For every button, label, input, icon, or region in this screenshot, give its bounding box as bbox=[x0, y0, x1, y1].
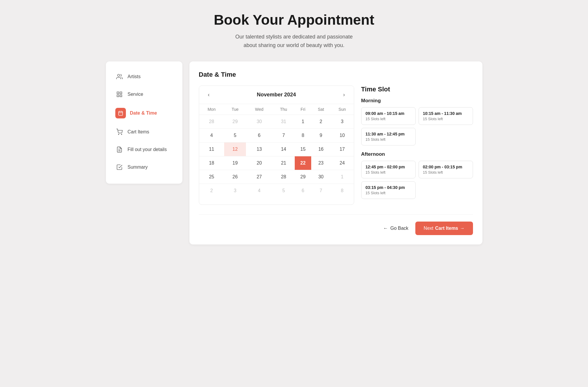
slot-count: 15 Slots left bbox=[423, 117, 469, 121]
calendar-day[interactable]: 8 bbox=[331, 184, 354, 197]
calendar-day[interactable]: 7 bbox=[311, 184, 331, 197]
calendar-day[interactable]: 3 bbox=[331, 115, 354, 128]
slot-time: 11:30 am - 12:45 pm bbox=[366, 132, 411, 136]
calendar-day[interactable]: 30 bbox=[246, 115, 272, 128]
calendar-day[interactable]: 2 bbox=[199, 184, 224, 197]
calendar-day[interactable]: 23 bbox=[311, 156, 331, 170]
calendar-day[interactable]: 8 bbox=[295, 128, 311, 142]
calendar-day[interactable]: 29 bbox=[224, 115, 246, 128]
morning-slot-0[interactable]: 09:00 am - 10:15 am15 Slots left bbox=[361, 107, 416, 125]
page-header: Book Your Appointment Our talented styli… bbox=[6, 12, 582, 50]
calendar-day[interactable]: 27 bbox=[246, 170, 272, 184]
calendar-day[interactable]: 18 bbox=[199, 156, 224, 170]
go-back-button[interactable]: ← Go Back bbox=[383, 226, 408, 231]
sidebar-item-cart-items[interactable]: Cart Items bbox=[111, 124, 178, 140]
cart-icon bbox=[115, 128, 124, 136]
calendar-day[interactable]: 6 bbox=[295, 184, 311, 197]
calendar-day[interactable]: 10 bbox=[331, 128, 354, 142]
afternoon-slot-2[interactable]: 03:15 pm - 04:30 pm15 Slots left bbox=[361, 181, 416, 199]
calendar-day[interactable]: 14 bbox=[272, 142, 295, 156]
calendar-day[interactable]: 22 bbox=[295, 156, 311, 170]
slot-count: 15 Slots left bbox=[366, 137, 411, 142]
sidebar-item-cart-items-label: Cart Items bbox=[128, 129, 149, 135]
calendar-header: ‹ November 2024 › bbox=[199, 86, 354, 104]
calendar-day[interactable]: 24 bbox=[331, 156, 354, 170]
calendar-day[interactable]: 17 bbox=[331, 142, 354, 156]
calendar-day[interactable]: 5 bbox=[272, 184, 295, 197]
calendar-day[interactable]: 3 bbox=[224, 184, 246, 197]
next-month-button[interactable]: › bbox=[340, 91, 348, 99]
calendar-day[interactable]: 12 bbox=[224, 142, 246, 156]
calendar: ‹ November 2024 › Mon Tue Wed Thu Fri Sa… bbox=[199, 86, 354, 205]
afternoon-slot-0[interactable]: 12:45 pm - 02:00 pm15 Slots left bbox=[361, 161, 416, 178]
calendar-day[interactable]: 4 bbox=[246, 184, 272, 197]
section-title: Date & Time bbox=[199, 71, 473, 78]
calendar-day[interactable]: 29 bbox=[295, 170, 311, 184]
calendar-timeslot-layout: ‹ November 2024 › Mon Tue Wed Thu Fri Sa… bbox=[199, 86, 473, 205]
calendar-day[interactable]: 4 bbox=[199, 128, 224, 142]
calendar-day[interactable]: 6 bbox=[246, 128, 272, 142]
calendar-day[interactable]: 15 bbox=[295, 142, 311, 156]
calendar-day[interactable]: 5 bbox=[224, 128, 246, 142]
calendar-day[interactable]: 31 bbox=[272, 115, 295, 128]
slot-time: 03:15 pm - 04:30 pm bbox=[366, 185, 411, 190]
calendar-day[interactable]: 25 bbox=[199, 170, 224, 184]
sidebar-item-artists[interactable]: Artists bbox=[111, 68, 178, 85]
slot-time: 10:15 am - 11:30 am bbox=[423, 111, 469, 116]
summary-icon bbox=[115, 163, 124, 171]
calendar-grid: Mon Tue Wed Thu Fri Sat Sun 282930311234… bbox=[199, 104, 354, 197]
morning-slot-2[interactable]: 11:30 am - 12:45 pm15 Slots left bbox=[361, 128, 416, 145]
next-arrow: → bbox=[460, 226, 465, 231]
timeslot-title: Time Slot bbox=[361, 86, 473, 93]
sidebar-item-fill-details[interactable]: Fill out your details bbox=[111, 141, 178, 158]
slot-count: 15 Slots left bbox=[366, 117, 411, 121]
calendar-day[interactable]: 1 bbox=[331, 170, 354, 184]
sidebar-item-fill-details-label: Fill out your details bbox=[128, 147, 167, 152]
main-layout: Artists Service Date & Time bbox=[106, 61, 482, 244]
sidebar-item-summary[interactable]: Summary bbox=[111, 159, 178, 175]
next-cart-items-button[interactable]: Next Cart Items → bbox=[415, 222, 473, 235]
svg-point-10 bbox=[121, 134, 122, 135]
fill-details-icon bbox=[115, 145, 124, 154]
calendar-day[interactable]: 2 bbox=[311, 115, 331, 128]
calendar-day[interactable]: 28 bbox=[199, 115, 224, 128]
slot-count: 15 Slots left bbox=[366, 191, 411, 195]
slot-time: 12:45 pm - 02:00 pm bbox=[366, 165, 411, 169]
calendar-day[interactable]: 26 bbox=[224, 170, 246, 184]
calendar-day[interactable]: 28 bbox=[272, 170, 295, 184]
morning-label: Morning bbox=[361, 98, 473, 104]
next-bold-label: Cart Items bbox=[435, 226, 458, 231]
sidebar-item-date-time[interactable]: Date & Time bbox=[111, 104, 178, 123]
calendar-day[interactable]: 21 bbox=[272, 156, 295, 170]
calendar-day[interactable]: 19 bbox=[224, 156, 246, 170]
afternoon-slot-1[interactable]: 02:00 pm - 03:15 pm15 Slots left bbox=[419, 161, 473, 178]
day-sat: Sat bbox=[311, 104, 331, 115]
prev-month-button[interactable]: ‹ bbox=[205, 91, 213, 99]
morning-slots-grid: 09:00 am - 10:15 am15 Slots left10:15 am… bbox=[361, 107, 473, 145]
calendar-day[interactable]: 13 bbox=[246, 142, 272, 156]
calendar-day[interactable]: 11 bbox=[199, 142, 224, 156]
svg-rect-4 bbox=[117, 95, 119, 96]
artists-icon bbox=[115, 73, 124, 81]
morning-slot-1[interactable]: 10:15 am - 11:30 am15 Slots left bbox=[419, 107, 473, 125]
calendar-day[interactable]: 16 bbox=[311, 142, 331, 156]
calendar-day[interactable]: 7 bbox=[272, 128, 295, 142]
calendar-day[interactable]: 9 bbox=[311, 128, 331, 142]
calendar-day[interactable]: 20 bbox=[246, 156, 272, 170]
day-thu: Thu bbox=[272, 104, 295, 115]
svg-rect-2 bbox=[120, 92, 121, 93]
svg-point-9 bbox=[118, 134, 119, 135]
calendar-day[interactable]: 30 bbox=[311, 170, 331, 184]
calendar-month-label: November 2024 bbox=[257, 92, 296, 98]
svg-point-0 bbox=[117, 74, 119, 76]
svg-rect-3 bbox=[120, 95, 121, 96]
calendar-day[interactable]: 1 bbox=[295, 115, 311, 128]
footer-bar: ← Go Back Next Cart Items → bbox=[199, 214, 473, 235]
page-title: Book Your Appointment bbox=[6, 12, 582, 28]
next-prefix: Next bbox=[424, 226, 433, 231]
go-back-label: Go Back bbox=[390, 226, 408, 231]
slot-count: 15 Slots left bbox=[423, 170, 469, 175]
slot-time: 09:00 am - 10:15 am bbox=[366, 111, 411, 116]
sidebar-item-service[interactable]: Service bbox=[111, 86, 178, 103]
day-mon: Mon bbox=[199, 104, 224, 115]
